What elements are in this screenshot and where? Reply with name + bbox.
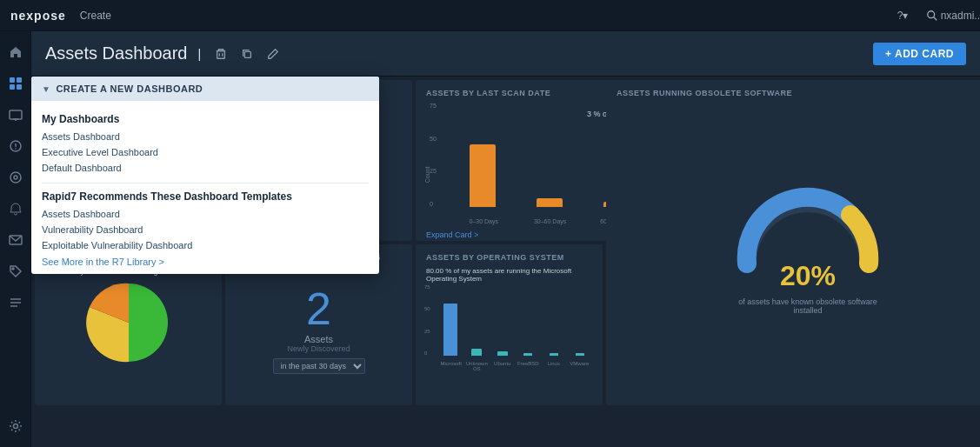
dashboard-item-assets[interactable]: Assets Dashboard <box>42 129 369 144</box>
new-label: Assets <box>304 334 333 344</box>
copy-icon[interactable] <box>237 44 257 63</box>
dropdown-header: ▼ CREATE A NEW DASHBOARD <box>31 77 379 101</box>
card-os-title: ASSETS BY OPERATING SYSTEM <box>426 253 592 262</box>
os-x-axis: Microsoft Unknown OS Ubuntu FreeBSD Linu… <box>438 361 592 371</box>
recommended-label: Rapid7 Recommends These Dashboard Templa… <box>42 190 369 203</box>
dropdown-body: My Dashboards Assets Dashboard Executive… <box>31 101 379 274</box>
svg-point-15 <box>12 268 14 270</box>
os-bar-container: 75 50 25 0 <box>426 284 592 371</box>
gauge-container: 20% of assets have known obsolete softwa… <box>617 103 980 397</box>
bar-30-60 <box>537 198 563 207</box>
os-bar-group <box>516 353 540 356</box>
os-bar-vmware <box>576 353 584 356</box>
os-y-label: 0 <box>424 350 430 356</box>
os-x-label: Ubuntu <box>490 361 516 371</box>
pie-chart-container <box>45 279 211 366</box>
svg-point-12 <box>10 172 21 183</box>
os-bar-group <box>542 353 566 356</box>
os-bars <box>438 284 592 356</box>
y-label: 50 <box>430 136 437 142</box>
dropdown-header-label: CREATE A NEW DASHBOARD <box>56 83 203 94</box>
os-bar-linux <box>550 353 558 356</box>
svg-point-19 <box>13 424 17 429</box>
bar-group <box>450 144 514 207</box>
obsolete-percent: 20% <box>780 260 836 292</box>
my-dashboards-label: My Dashboards <box>42 113 369 125</box>
sidebar-item-tags[interactable] <box>2 257 30 285</box>
pie-chart <box>81 279 177 366</box>
svg-rect-20 <box>217 50 225 58</box>
search-icon[interactable] <box>924 8 940 23</box>
dashboard-item-executive[interactable]: Executive Level Dashboard <box>42 144 369 160</box>
y-axis: 75 50 25 0 <box>430 103 437 207</box>
sidebar-item-alerts[interactable] <box>2 195 30 223</box>
svg-rect-5 <box>17 84 22 90</box>
header-icon-group <box>211 44 283 63</box>
sidebar-item-dashboard[interactable] <box>2 70 30 97</box>
edit-icon[interactable] <box>263 44 283 63</box>
new-sublabel: Newly Discovered <box>287 344 350 353</box>
x-label: 0–30 Days <box>450 218 517 224</box>
bar-group <box>517 198 581 207</box>
sidebar-item-messages[interactable] <box>2 226 30 254</box>
delete-icon[interactable] <box>211 44 230 63</box>
obsolete-sublabel: of assets have known obsolete software i… <box>738 297 877 315</box>
main-layout: Assets Dashboard | + ADD CARD ASSETS BY … <box>0 31 980 447</box>
y-axis-title: Count <box>424 167 430 183</box>
svg-rect-6 <box>10 110 22 119</box>
help-icon[interactable]: ?▾ <box>895 8 910 23</box>
period-select[interactable]: in the past 30 days <box>273 358 365 374</box>
svg-rect-3 <box>17 77 22 83</box>
os-bar-unknown <box>471 349 482 356</box>
add-card-button[interactable]: + ADD CARD <box>873 43 966 65</box>
card-obsolete-title: ASSETS RUNNING OBSOLETE SOFTWARE <box>617 89 980 97</box>
svg-rect-2 <box>10 77 15 83</box>
dropdown-arrow-icon: ▼ <box>42 84 50 94</box>
template-exploitable[interactable]: Exploitable Vulnerability Dashboard <box>42 237 369 253</box>
svg-point-13 <box>14 176 17 179</box>
sidebar-item-assets[interactable] <box>2 101 30 129</box>
see-more-link[interactable]: See More in the R7 Library > <box>42 257 369 267</box>
bar-0-30 <box>470 144 496 207</box>
os-y-label: 75 <box>424 284 430 290</box>
create-menu[interactable]: Create <box>80 10 111 22</box>
new-count: 2 <box>306 284 331 334</box>
user-menu[interactable]: nxadmi... <box>954 8 970 23</box>
os-y-label: 50 <box>424 306 430 311</box>
sidebar-item-settings[interactable] <box>2 412 30 440</box>
top-nav: nexpose Create ?▾ nxadmi... <box>0 0 980 31</box>
os-y-label: 25 <box>424 329 430 334</box>
os-bar-group <box>568 353 592 356</box>
sidebar-item-logs[interactable] <box>2 289 30 317</box>
card-os: ASSETS BY OPERATING SYSTEM 80.00 % of my… <box>416 244 603 405</box>
sidebar-item-reports[interactable] <box>2 163 30 191</box>
cursor-icon: | <box>197 47 201 61</box>
top-nav-right: ?▾ nxadmi... <box>895 8 970 23</box>
svg-line-1 <box>934 17 937 20</box>
header-bar: Assets Dashboard | + ADD CARD <box>31 31 980 77</box>
sidebar <box>0 31 31 447</box>
card-obsolete: ASSETS RUNNING OBSOLETE SOFTWARE 20% of … <box>606 80 980 405</box>
expand-scan-link[interactable]: Expand Card > <box>426 230 478 239</box>
sidebar-item-vulnerabilities[interactable] <box>2 132 30 160</box>
os-y-axis: 75 50 25 0 <box>424 284 430 356</box>
template-vuln[interactable]: Vulnerability Dashboard <box>42 222 369 237</box>
template-assets[interactable]: Assets Dashboard <box>42 206 369 222</box>
sidebar-item-home[interactable] <box>2 38 30 66</box>
os-x-label: Unknown OS <box>464 361 490 371</box>
os-x-label: VMware <box>567 361 593 371</box>
os-bar-microsoft <box>443 304 457 356</box>
x-label: 30–60 Days <box>517 218 583 224</box>
y-label: 25 <box>430 168 437 174</box>
content-area: Assets Dashboard | + ADD CARD ASSETS BY … <box>31 31 980 447</box>
page-title: Assets Dashboard <box>45 43 187 63</box>
svg-point-0 <box>928 10 935 17</box>
y-label: 75 <box>430 103 437 109</box>
os-x-label: FreeBSD <box>516 361 542 371</box>
svg-rect-4 <box>10 84 15 90</box>
y-label: 0 <box>430 201 437 207</box>
dashboard-item-default[interactable]: Default Dashboard <box>42 160 369 176</box>
svg-rect-23 <box>244 51 250 57</box>
dropdown-divider <box>42 183 369 183</box>
os-bar-freebsd <box>523 353 532 356</box>
